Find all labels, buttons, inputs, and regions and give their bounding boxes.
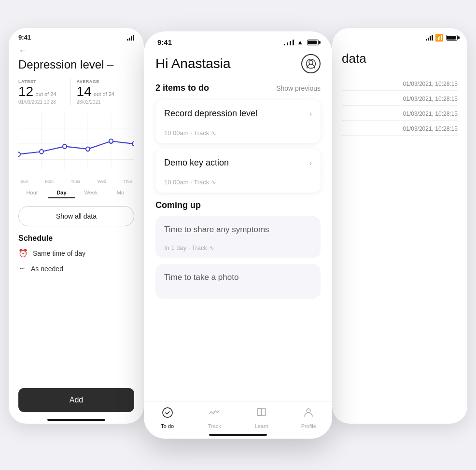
right-signal xyxy=(426,35,433,41)
time-tabs: Hour Day Week Mo xyxy=(18,188,134,198)
action-card-depression[interactable]: Record depression level › 10:00am · Trac… xyxy=(155,100,321,143)
svg-point-11 xyxy=(109,139,113,143)
action-title-demo: Demo key action xyxy=(164,158,229,168)
tab-month[interactable]: Mo xyxy=(107,188,134,198)
nav-track[interactable]: Track xyxy=(199,407,230,429)
as-needed-label: As needed xyxy=(31,265,63,273)
right-battery xyxy=(446,35,458,41)
latest-label: LATEST xyxy=(18,79,65,84)
wifi-icon: ▲ xyxy=(297,39,303,46)
action-time: 10:00am xyxy=(164,129,189,137)
items-header: 2 items to do Show previous xyxy=(155,83,321,93)
day-labels: SunMonTuesWedThur xyxy=(18,179,134,184)
nav-learn[interactable]: Learn xyxy=(246,407,277,429)
average-label: AVERAGE xyxy=(77,79,123,84)
coming-up-label: Coming up xyxy=(155,200,321,210)
main-battery-icon xyxy=(307,40,319,45)
latest-date: 01/03/2021 10:28 xyxy=(18,99,65,105)
track-pulse-icon-2: ∿ xyxy=(211,179,216,186)
latest-unit: out of 24 xyxy=(36,91,56,97)
data-list: 01/03/2021, 10:28:15 01/03/2021, 10:28:1… xyxy=(342,78,458,136)
tab-week[interactable]: Week xyxy=(77,188,105,198)
svg-point-15 xyxy=(163,408,172,417)
action-time-2: 10:00am xyxy=(164,179,189,186)
action-track-2: Track xyxy=(194,179,209,186)
wave-icon: ～ xyxy=(18,263,26,274)
svg-point-8 xyxy=(40,150,43,154)
left-phone: 9:41 ← Depression level – LATEST 12 out … xyxy=(9,28,144,424)
svg-point-7 xyxy=(18,152,20,156)
action-card-demo[interactable]: Demo key action › 10:00am · Track ∿ xyxy=(155,149,321,193)
nav-track-label: Track xyxy=(208,423,221,429)
coming-card-photo: Time to take a photo xyxy=(155,264,321,299)
signal-icon xyxy=(284,40,294,45)
svg-point-9 xyxy=(63,144,67,149)
right-title: data xyxy=(342,51,458,66)
average-unit: out of 24 xyxy=(94,91,114,97)
coming-meta-symptoms: In 1 day · Track ∿ xyxy=(164,244,312,251)
show-all-button[interactable]: Show all data xyxy=(18,206,134,226)
nav-learn-label: Learn xyxy=(255,423,268,429)
data-row: 01/03/2021, 10:28:15 xyxy=(342,108,458,121)
average-value: 14 xyxy=(77,84,92,99)
schedule-item-needed: ～ As needed xyxy=(18,263,134,274)
action-track: Track xyxy=(194,129,209,137)
data-row: 01/03/2021, 10:28:15 xyxy=(342,123,458,136)
nav-profile[interactable]: Profile xyxy=(293,407,324,429)
greeting-row: Hi Anastasia xyxy=(155,54,321,73)
data-row: 01/03/2021, 10:28:15 xyxy=(342,93,458,106)
show-previous-button[interactable]: Show previous xyxy=(276,84,321,92)
profile-nav-icon xyxy=(303,407,314,421)
learn-icon xyxy=(256,407,267,421)
todo-icon xyxy=(162,407,173,421)
nav-todo-label: To do xyxy=(161,423,174,429)
track-pulse-icon: ∿ xyxy=(211,129,216,137)
depression-title: Depression level – xyxy=(18,58,134,71)
action-meta-depression: 10:00am · Track ∿ xyxy=(164,129,312,137)
nav-profile-label: Profile xyxy=(301,423,316,429)
left-status-time: 9:41 xyxy=(18,34,31,41)
chevron-right-icon-2: › xyxy=(309,159,312,167)
status-icons: ▲ xyxy=(284,39,319,46)
coming-sep: · xyxy=(188,244,192,251)
nav-todo[interactable]: To do xyxy=(152,407,183,429)
tab-hour[interactable]: Hour xyxy=(18,188,46,198)
items-count: 2 items to do xyxy=(155,83,209,93)
greeting-text: Hi Anastasia xyxy=(155,56,231,71)
action-title-depression: Record depression level xyxy=(164,109,257,119)
action-meta-demo: 10:00am · Track ∿ xyxy=(164,179,312,186)
svg-point-12 xyxy=(132,142,134,146)
same-time-label: Same time of day xyxy=(33,249,85,257)
coming-time: In 1 day xyxy=(164,244,186,251)
chevron-right-icon: › xyxy=(309,110,312,118)
coming-title-symptoms: Time to share any symptoms xyxy=(164,225,312,235)
coming-pulse-icon: ∿ xyxy=(209,244,214,251)
main-status-bar: 9:41 ▲ xyxy=(144,31,332,46)
tab-day[interactable]: Day xyxy=(48,188,75,198)
add-button[interactable]: Add xyxy=(18,388,134,412)
chart-area xyxy=(18,112,134,175)
svg-point-10 xyxy=(86,147,90,152)
right-status-bar: 📶 xyxy=(332,28,467,41)
main-scroll-content: Hi Anastasia 2 items to do Show previous… xyxy=(144,46,332,415)
bottom-nav: To do Track Learn xyxy=(144,401,332,439)
main-home-indicator xyxy=(209,434,267,436)
profile-icon-button[interactable] xyxy=(301,54,321,73)
svg-point-16 xyxy=(307,409,310,413)
coming-track: Track xyxy=(192,244,207,251)
alarm-icon: ⏰ xyxy=(18,249,28,258)
back-arrow[interactable]: ← xyxy=(18,46,134,56)
right-phone: 📶 data 01/03/2021, 10:28:15 01/03/2021, … xyxy=(332,28,467,424)
main-phone: 9:41 ▲ Hi Anastasia xyxy=(144,31,332,439)
average-date: 28/02/2021 xyxy=(77,99,123,105)
track-icon xyxy=(209,407,220,421)
left-signal xyxy=(127,35,134,41)
left-home-indicator xyxy=(47,419,105,421)
main-status-time: 9:41 xyxy=(157,38,172,46)
data-row: 01/03/2021, 10:28:15 xyxy=(342,78,458,91)
coming-card-symptoms: Time to share any symptoms In 1 day · Tr… xyxy=(155,216,321,258)
schedule-item-time: ⏰ Same time of day xyxy=(18,249,134,258)
coming-title-photo: Time to take a photo xyxy=(164,273,312,282)
left-status-bar: 9:41 xyxy=(9,28,144,41)
latest-value: 12 xyxy=(18,84,33,99)
